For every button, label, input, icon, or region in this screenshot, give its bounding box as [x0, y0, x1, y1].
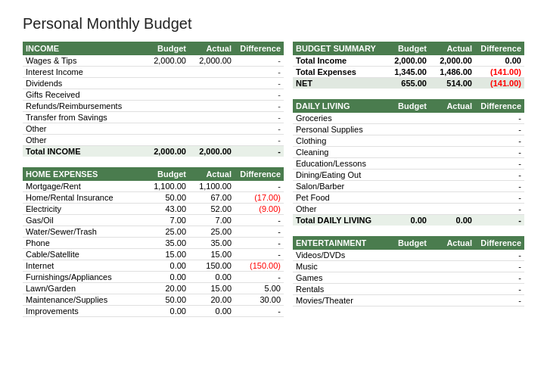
- daily-living-row: Education/Lessons -: [293, 158, 524, 170]
- daily-living-row-budget: [384, 135, 430, 147]
- entertainment-row-diff: -: [475, 261, 524, 272]
- home-expense-diff: -: [235, 215, 284, 226]
- income-row-budget: [144, 89, 189, 101]
- home-expense-diff: (150.00): [235, 260, 284, 272]
- entertainment-row-diff: -: [475, 250, 524, 261]
- daily-living-row-actual: [430, 124, 475, 135]
- daily-living-row-label: Cleaning: [293, 147, 384, 158]
- income-row: Transfer from Savings -: [23, 112, 284, 123]
- entertainment-row: Videos/DVDs -: [293, 250, 524, 261]
- home-expense-row: Furnishings/Appliances 0.00 0.00 -: [23, 272, 284, 283]
- home-expense-label: Lawn/Garden: [23, 283, 144, 294]
- entertainment-row-diff: -: [475, 272, 524, 284]
- total-income-label: Total Income: [293, 55, 384, 67]
- income-total-diff: -: [235, 146, 284, 157]
- income-row-actual: [189, 67, 235, 78]
- entertainment-row-budget: [384, 284, 430, 295]
- left-column: INCOME Budget Actual Difference Wages & …: [23, 42, 284, 323]
- income-row: Dividends -: [23, 78, 284, 89]
- income-row: Interest Income -: [23, 67, 284, 78]
- daily-living-row: Salon/Barber -: [293, 181, 524, 192]
- income-row: Other -: [23, 123, 284, 135]
- budget-summary-col-budget: Budget: [384, 42, 430, 55]
- home-expense-label: Mortgage/Rent: [23, 181, 144, 192]
- daily-living-total-diff: -: [475, 215, 524, 226]
- home-expense-actual: 20.00: [189, 294, 235, 306]
- income-row-budget: [144, 123, 189, 135]
- income-row-diff: -: [235, 89, 284, 101]
- daily-living-row-actual: [430, 192, 475, 204]
- income-header-row: INCOME Budget Actual Difference: [23, 42, 284, 55]
- income-total-label: Total INCOME: [23, 146, 144, 157]
- daily-living-row-budget: [384, 192, 430, 204]
- income-row-label: Wages & Tips: [23, 55, 144, 67]
- income-row-diff: -: [235, 55, 284, 67]
- entertainment-table: ENTERTAINMENT Budget Actual Difference V…: [293, 236, 524, 306]
- home-expense-diff: -: [235, 306, 284, 317]
- daily-living-row: Cleaning -: [293, 147, 524, 158]
- income-row-label: Transfer from Savings: [23, 112, 144, 123]
- daily-living-row-label: Education/Lessons: [293, 158, 384, 170]
- entertainment-row-label: Music: [293, 261, 384, 272]
- home-expenses-header-label: HOME EXPENSES: [23, 167, 144, 181]
- entertainment-row-actual: [430, 295, 475, 306]
- home-expense-label: Home/Rental Insurance: [23, 192, 144, 204]
- home-expense-row: Maintenance/Supplies 50.00 20.00 30.00: [23, 294, 284, 306]
- home-expense-label: Maintenance/Supplies: [23, 294, 144, 306]
- daily-living-total-actual: 0.00: [430, 215, 475, 226]
- home-expense-budget: 0.00: [144, 272, 189, 283]
- net-diff: (141.00): [475, 78, 524, 89]
- entertainment-row: Music -: [293, 261, 524, 272]
- daily-living-row-actual: [430, 170, 475, 181]
- home-expense-budget: 50.00: [144, 192, 189, 204]
- income-row-actual: 2,000.00: [189, 55, 235, 67]
- daily-living-header-label: DAILY LIVING: [293, 99, 384, 113]
- daily-living-row-actual: [430, 158, 475, 170]
- daily-living-row-actual: [430, 147, 475, 158]
- home-expenses-col-actual: Actual: [189, 167, 235, 181]
- income-row-actual: [189, 89, 235, 101]
- entertainment-row-budget: [384, 250, 430, 261]
- entertainment-row: Games -: [293, 272, 524, 284]
- home-expense-row: Mortgage/Rent 1,100.00 1,100.00 -: [23, 181, 284, 192]
- daily-living-col-diff: Difference: [475, 99, 524, 113]
- home-expense-actual: 0.00: [189, 272, 235, 283]
- income-row-actual: [189, 101, 235, 112]
- income-row-label: Other: [23, 135, 144, 146]
- income-row-actual: [189, 135, 235, 146]
- entertainment-row-label: Rentals: [293, 284, 384, 295]
- home-expense-label: Furnishings/Appliances: [23, 272, 144, 283]
- income-row: Wages & Tips 2,000.00 2,000.00 -: [23, 55, 284, 67]
- daily-living-total-row: Total DAILY LIVING 0.00 0.00 -: [293, 215, 524, 226]
- net-row: NET 655.00 514.00 (141.00): [293, 78, 524, 89]
- daily-living-row-budget: [384, 181, 430, 192]
- home-expense-actual: 150.00: [189, 260, 235, 272]
- entertainment-row-diff: -: [475, 284, 524, 295]
- daily-living-row-label: Personal Supplies: [293, 124, 384, 135]
- income-row-diff: -: [235, 135, 284, 146]
- daily-living-row: Other -: [293, 204, 524, 215]
- daily-living-row-diff: -: [475, 204, 524, 215]
- daily-living-row-label: Pet Food: [293, 192, 384, 204]
- total-expenses-budget: 1,345.00: [384, 67, 430, 78]
- entertainment-row-diff: -: [475, 295, 524, 306]
- income-row-label: Other: [23, 123, 144, 135]
- home-expense-label: Improvements: [23, 306, 144, 317]
- home-expense-diff: -: [235, 272, 284, 283]
- income-header-label: INCOME: [23, 42, 144, 55]
- income-row-diff: -: [235, 78, 284, 89]
- home-expense-row: Home/Rental Insurance 50.00 67.00 (17.00…: [23, 192, 284, 204]
- daily-living-row-diff: -: [475, 113, 524, 124]
- entertainment-row: Rentals -: [293, 284, 524, 295]
- entertainment-header-row: ENTERTAINMENT Budget Actual Difference: [293, 236, 524, 250]
- home-expense-label: Cable/Satellite: [23, 249, 144, 260]
- home-expense-budget: 50.00: [144, 294, 189, 306]
- daily-living-row-diff: -: [475, 170, 524, 181]
- daily-living-row-budget: [384, 147, 430, 158]
- income-row-budget: 2,000.00: [144, 55, 189, 67]
- daily-living-row-actual: [430, 113, 475, 124]
- net-actual: 514.00: [430, 78, 475, 89]
- home-expense-budget: 43.00: [144, 204, 189, 215]
- home-expense-row: Cable/Satellite 15.00 15.00 -: [23, 249, 284, 260]
- budget-summary-table: BUDGET SUMMARY Budget Actual Difference …: [293, 42, 524, 89]
